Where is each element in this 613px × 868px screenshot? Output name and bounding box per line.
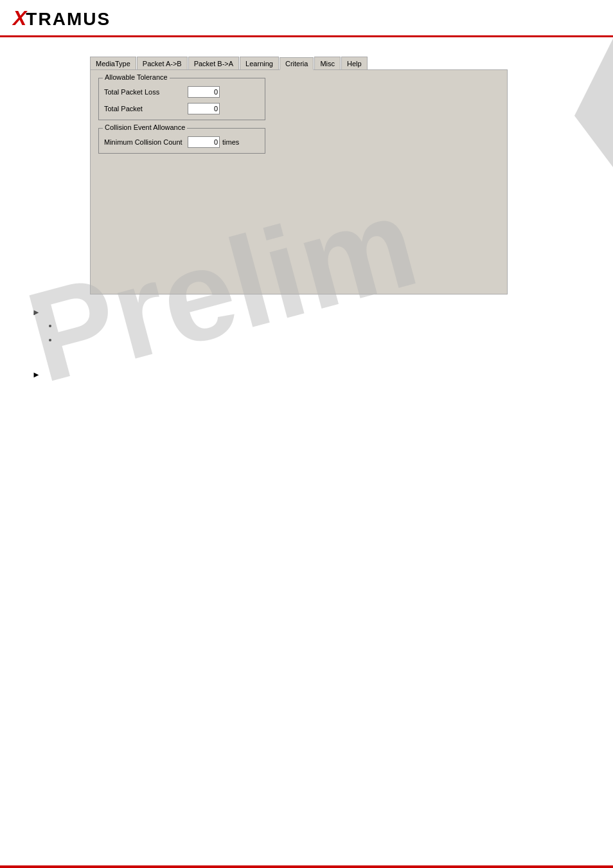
tabs-row: MediaType Packet A->B Packet B->A Learni… [90,57,508,69]
tab-misc[interactable]: Misc [314,57,341,69]
total-packet-loss-row: Total Packet Loss [104,86,260,98]
footer-line [0,865,613,868]
logo-x: X [13,6,26,30]
bullet-item-1-1 [58,321,600,330]
logo: XTRAMUS [13,6,111,30]
tab-content-criteria: Allowable Tolerance Total Packet Loss To… [90,69,508,294]
header: XTRAMUS [0,0,613,37]
tab-help[interactable]: Help [341,57,368,69]
min-collision-label: Minimum Collision Count [104,138,188,146]
total-packet-input[interactable] [188,103,220,114]
tab-packet-ba[interactable]: Packet B->A [188,57,239,69]
bullet-arrow-1: ► [32,307,600,317]
bullet-section-2: ► [32,370,600,379]
min-collision-input[interactable] [188,136,220,148]
collision-event-group: Collision Event Allowance Minimum Collis… [98,128,265,154]
logo-rest: TRAMUS [26,9,111,29]
total-packet-loss-label: Total Packet Loss [104,88,188,96]
bullet-item-1-2 [58,335,600,344]
tab-packet-ab[interactable]: Packet A->B [137,57,188,69]
bullet-section-1: ► [32,307,600,344]
total-packet-loss-input[interactable] [188,86,220,98]
tab-mediatype[interactable]: MediaType [90,57,136,69]
min-collision-row: Minimum Collision Count times [104,136,260,148]
allowable-tolerance-title: Allowable Tolerance [103,73,170,81]
min-collision-unit: times [222,138,239,146]
tab-learning[interactable]: Learning [240,57,279,69]
bullet-arrow-2: ► [32,370,600,379]
main-content: MediaType Packet A->B Packet B->A Learni… [0,37,613,396]
tab-panel-container: MediaType Packet A->B Packet B->A Learni… [90,57,508,294]
tab-criteria[interactable]: Criteria [280,57,314,70]
collision-event-title: Collision Event Allowance [103,123,187,131]
total-packet-row: Total Packet [104,103,260,114]
allowable-tolerance-group: Allowable Tolerance Total Packet Loss To… [98,78,265,120]
total-packet-label: Total Packet [104,105,188,113]
